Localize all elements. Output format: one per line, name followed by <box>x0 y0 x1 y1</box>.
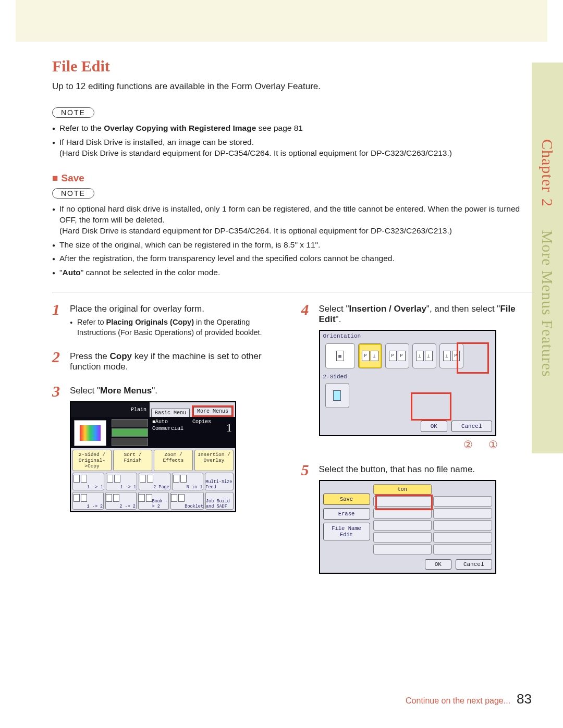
note-item: The size of the original, which can be r… <box>52 240 534 251</box>
divider <box>52 292 534 292</box>
file-slot[interactable] <box>373 520 432 530</box>
orientation-opt-2[interactable]: PP <box>385 343 409 368</box>
step-1: 1 Place the original for overlay form. R… <box>52 302 286 338</box>
step-5: 5 Select the button, that has no file na… <box>301 462 535 574</box>
opt-nin1[interactable]: N in 1 <box>172 473 204 490</box>
callout-numbers: ②① <box>319 438 535 451</box>
notes-list-1: Refer to the Overlay Copying with Regist… <box>52 123 534 159</box>
copies-count: 1 <box>213 417 235 448</box>
notes-list-2: If no optional hard disk drive is instal… <box>52 204 534 279</box>
file-slot[interactable] <box>433 508 492 519</box>
cat-2sided[interactable]: 2-Sided / Original->Copy <box>72 450 112 471</box>
note-item: After the registration, the form transpa… <box>52 253 534 264</box>
ok-button[interactable]: OK <box>421 421 447 432</box>
cat-sort[interactable]: Sort / Finish <box>113 450 152 471</box>
opt-book2[interactable]: Book -> 2 <box>138 492 169 510</box>
step-2: 2 Press the Copy key if the machine is s… <box>52 349 286 372</box>
erase-button[interactable]: Erase <box>323 508 370 520</box>
orientation-label: Orientation <box>320 331 495 341</box>
file-slot[interactable] <box>433 496 492 507</box>
opt-2to2[interactable]: 2 -> 2 <box>105 492 137 510</box>
note-item: "Auto" cannot be selected in the color m… <box>52 267 534 278</box>
chapter-label: Chapter <box>539 139 556 192</box>
step-4: 4 Select "Insertion / Overlay", and then… <box>301 302 535 451</box>
page-title: File Edit <box>52 57 534 75</box>
top-banner <box>16 0 547 42</box>
opt-1to2[interactable]: 1 -> 2 <box>72 492 104 510</box>
save-heading: ■Save <box>52 172 534 184</box>
note-item: Refer to the Overlay Copying with Regist… <box>52 123 534 134</box>
chapter-number: 2 <box>539 199 556 207</box>
file-slot[interactable] <box>433 532 492 542</box>
tab-basic-menu[interactable]: Basic Menu <box>151 409 190 417</box>
orientation-opt-3[interactable]: ⊥⊥ <box>412 343 436 368</box>
opt-jobbuild[interactable]: Job Build and SADF <box>205 492 234 510</box>
screenshot-basic-menu: Plain Basic Menu More Menus <box>70 401 236 512</box>
note-item: If Hard Disk Drive is installed, an imag… <box>52 137 534 159</box>
opt-1to1[interactable]: 1 -> 1 <box>72 473 104 490</box>
chapter-section: More Menus Features <box>539 230 556 377</box>
note-badge: NOTE <box>52 188 94 199</box>
continue-text: Continue on the next page... <box>406 696 510 706</box>
intro-text: Up to 12 editing functions are available… <box>52 81 534 92</box>
file-slot[interactable] <box>433 520 492 530</box>
screenshot-file-list: Save Erase File Name Edit ton <box>319 480 496 574</box>
file-slot[interactable] <box>373 544 432 554</box>
opt-2page[interactable]: 2 Page <box>139 473 170 490</box>
file-slot[interactable] <box>373 532 432 542</box>
opt-booklet[interactable]: Booklet <box>170 492 204 510</box>
orientation-preview: ▦ <box>325 343 355 368</box>
cancel-button[interactable]: Cancel <box>451 421 492 432</box>
opt-1to1b[interactable]: 1 -> 1 <box>106 473 138 490</box>
cat-zoom[interactable]: Zoom / Effects <box>154 450 193 471</box>
orientation-opt-1[interactable]: P⊥ <box>358 343 382 368</box>
opt-multisize[interactable]: Multi-Size Feed <box>205 473 234 490</box>
file-name-edit-button[interactable]: File Name Edit <box>323 523 370 540</box>
note-item: If no optional hard disk drive is instal… <box>52 204 534 237</box>
cat-insertion[interactable]: Insertion / Overlay <box>194 450 234 471</box>
page-footer: Continue on the next page... 83 <box>406 691 532 707</box>
file-slot[interactable] <box>433 544 492 554</box>
highlight-box-1 <box>411 392 451 421</box>
chapter-side-tab: Chapter 2 More Menus Features <box>532 63 563 453</box>
highlight-box-fileslot <box>375 495 433 510</box>
page-number: 83 <box>517 691 532 707</box>
ok-button[interactable]: OK <box>425 559 451 570</box>
two-sided-opt[interactable] <box>325 383 349 408</box>
note-badge: NOTE <box>52 107 94 118</box>
step-3: 3 Select "More Menus". Plain Basic Menu … <box>52 384 286 512</box>
file-slot-header[interactable]: ton <box>373 484 432 495</box>
save-button[interactable]: Save <box>323 493 370 505</box>
highlight-box-2 <box>457 342 489 374</box>
tab-more-menus[interactable]: More Menus <box>193 407 232 415</box>
preview-thumb <box>74 420 106 446</box>
cancel-button[interactable]: Cancel <box>456 559 492 570</box>
